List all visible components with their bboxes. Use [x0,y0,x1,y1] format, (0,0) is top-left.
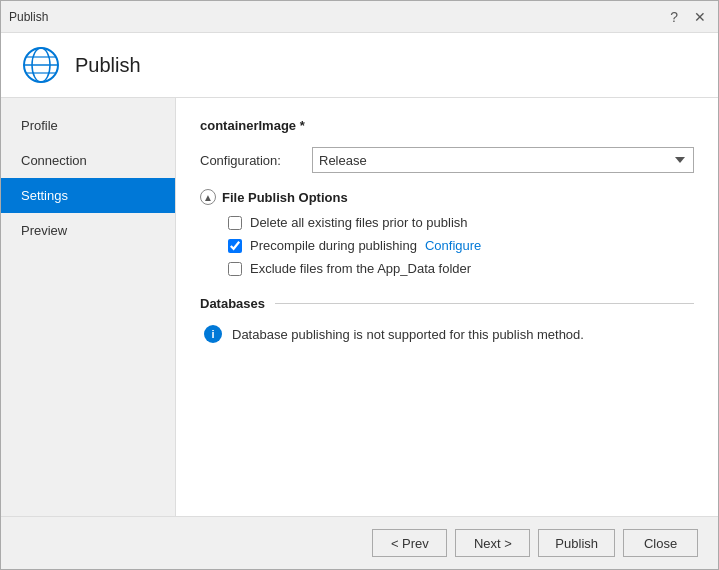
sidebar-item-profile[interactable]: Profile [1,108,175,143]
checkbox-row-delete: Delete all existing files prior to publi… [228,215,694,230]
sidebar-item-settings[interactable]: Settings [1,178,175,213]
label-exclude-app-data: Exclude files from the App_Data folder [250,261,471,276]
title-bar: Publish ? ✕ [1,1,718,33]
next-button[interactable]: Next > [455,529,530,557]
configuration-label: Configuration: [200,153,300,168]
databases-info-text: Database publishing is not supported for… [232,327,584,342]
sidebar-item-connection[interactable]: Connection [1,143,175,178]
checkbox-row-precompile: Precompile during publishing Configure [228,238,694,253]
help-button[interactable]: ? [666,7,682,27]
info-icon: i [204,325,222,343]
close-window-button[interactable]: ✕ [690,7,710,27]
checkbox-row-exclude: Exclude files from the App_Data folder [228,261,694,276]
databases-section: Databases i Database publishing is not s… [200,296,694,343]
main-content: containerImage * Configuration: Release … [176,98,718,516]
configuration-select[interactable]: Release Debug [312,147,694,173]
dialog-footer: < Prev Next > Publish Close [1,516,718,569]
title-bar-title: Publish [9,10,48,24]
sidebar: Profile Connection Settings Preview [1,98,176,516]
close-button[interactable]: Close [623,529,698,557]
dialog-title: Publish [75,54,141,77]
file-publish-options-title: File Publish Options [222,190,348,205]
checkbox-precompile[interactable] [228,239,242,253]
publish-button[interactable]: Publish [538,529,615,557]
content-area: Profile Connection Settings Preview cont… [1,98,718,516]
file-publish-options: ▲ File Publish Options Delete all existi… [200,189,694,276]
checkbox-exclude-app-data[interactable] [228,262,242,276]
file-publish-options-header[interactable]: ▲ File Publish Options [200,189,694,205]
collapse-icon: ▲ [200,189,216,205]
databases-title: Databases [200,296,265,311]
globe-icon [21,45,61,85]
databases-header: Databases [200,296,694,311]
label-precompile: Precompile during publishing [250,238,417,253]
title-bar-left: Publish [9,10,48,24]
title-bar-controls: ? ✕ [666,7,710,27]
configuration-row: Configuration: Release Debug [200,147,694,173]
label-delete-existing: Delete all existing files prior to publi… [250,215,468,230]
checkbox-delete-existing[interactable] [228,216,242,230]
section-label: containerImage * [200,118,694,133]
databases-divider [275,303,694,304]
publish-dialog: Publish ? ✕ Publish Profile Conn [0,0,719,570]
configure-link[interactable]: Configure [425,238,481,253]
prev-button[interactable]: < Prev [372,529,447,557]
databases-info-row: i Database publishing is not supported f… [204,325,694,343]
dialog-header: Publish [1,33,718,98]
sidebar-item-preview[interactable]: Preview [1,213,175,248]
